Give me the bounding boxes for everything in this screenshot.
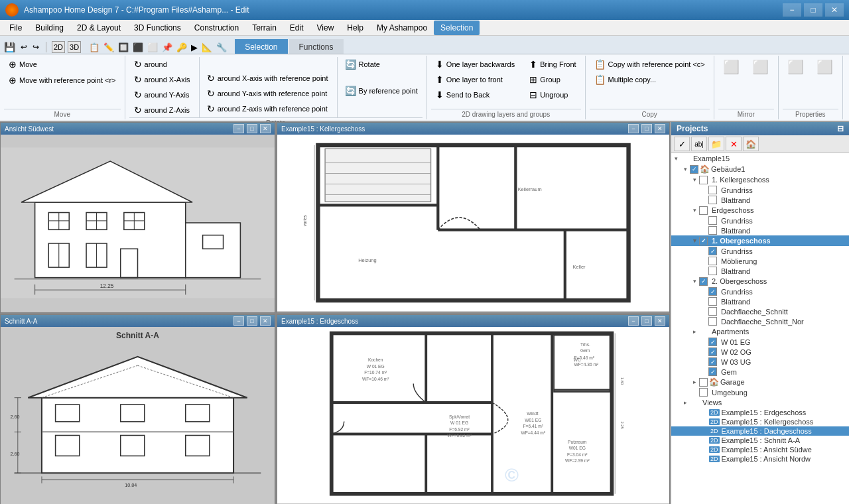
menu-selection[interactable]: Selection xyxy=(434,21,480,35)
ungroup-btn[interactable]: ⊟ Ungroup xyxy=(525,88,580,102)
rotate-z-btn[interactable]: ↻ around Z-Axis xyxy=(129,103,195,117)
panel-keller-max[interactable]: □ xyxy=(641,124,652,133)
proj-delete-btn[interactable]: ✕ xyxy=(726,137,742,151)
tree-check-w03ug[interactable]: ✓ xyxy=(708,357,717,366)
menu-myashampoo[interactable]: My Ashampoo xyxy=(370,21,434,35)
tree-check-blattrand4[interactable] xyxy=(708,297,717,306)
tree-check-blattrand1[interactable] xyxy=(708,196,717,204)
menu-3dfunctions[interactable]: 3D Functions xyxy=(127,21,188,35)
tree-expand-gebaude1[interactable]: ▾ xyxy=(681,164,690,174)
rotate-y-ref-btn[interactable]: ↻ around Y-axis with reference point xyxy=(202,86,333,101)
rotate-z-ref-btn[interactable]: ↻ around Z-axis with reference point xyxy=(202,101,333,116)
rotate-around-btn[interactable]: ↻ around xyxy=(129,57,195,72)
tree-item-gem[interactable]: ✓Gem xyxy=(671,367,849,377)
tree-expand-garage[interactable]: ▸ xyxy=(690,377,699,387)
rotate-x-btn[interactable]: ↻ around X-Axis xyxy=(129,72,195,87)
tree-item-gebaude1[interactable]: ▾✓🏠Gebäude1 xyxy=(671,164,849,174)
proj-folder-btn[interactable]: 📁 xyxy=(708,137,724,151)
menu-terrain[interactable]: Terrain xyxy=(245,21,283,35)
panel-erdgeschoss-canvas[interactable]: Kochen W 01 EG F=10.74 m² WF=10.46 m² Sp… xyxy=(277,327,669,503)
quick-redo-btn[interactable]: ↪ xyxy=(31,41,40,53)
tab-functions[interactable]: Functions xyxy=(289,39,344,54)
rotate-y-btn[interactable]: ↻ around Y-Axis xyxy=(129,88,195,102)
tree-item-obergeschoss1[interactable]: ▾✓1. Obergeschoss xyxy=(671,235,849,246)
panel-keller-canvas[interactable]: Kellerraum Heizung Keller varies xyxy=(277,135,669,311)
tree-item-umgebung[interactable]: Umgebung xyxy=(671,387,849,397)
tree-check-moblierung[interactable] xyxy=(708,257,717,265)
toolbar-icon-5[interactable]: ⬜ xyxy=(146,41,159,54)
tree-check-obergeschoss2[interactable]: ✓ xyxy=(699,277,708,286)
mirror-v-btn[interactable]: ⬜ xyxy=(748,57,774,78)
menu-construction[interactable]: Construction xyxy=(188,21,245,35)
panel-erdgeschoss-close[interactable]: ✕ xyxy=(655,316,665,326)
maximize-button[interactable]: □ xyxy=(804,3,822,17)
tree-check-gem[interactable]: ✓ xyxy=(708,367,717,376)
bring-front-btn[interactable]: ⬆ Bring Front xyxy=(525,57,580,72)
panel-southwest-canvas[interactable]: 12.25 xyxy=(1,135,275,311)
panel-schnitt-max[interactable]: □ xyxy=(247,316,257,326)
tree-check-blattrand2[interactable] xyxy=(708,226,717,235)
menu-2dlayout[interactable]: 2D & Layout xyxy=(70,21,127,35)
panel-erdgeschoss-max[interactable]: □ xyxy=(641,316,652,326)
tree-check-grundriss3[interactable]: ✓ xyxy=(708,247,717,255)
tree-expand-views[interactable]: ▸ xyxy=(681,398,690,407)
toolbar-icon-8[interactable]: ▶ xyxy=(190,41,199,54)
tree-check-dachflaeche2[interactable] xyxy=(708,317,717,326)
tree-item-grundriss4[interactable]: ✓Grundriss xyxy=(671,286,849,296)
rotate-btn[interactable]: 🔄 Rotate xyxy=(340,57,423,72)
panel-schnitt-canvas[interactable]: Schnitt A-A xyxy=(1,327,275,503)
tree-item-view_schnitt[interactable]: 2DExample15 : Schnitt A-A xyxy=(671,436,849,445)
toolbar-icon-1[interactable]: 📋 xyxy=(88,41,101,54)
menu-file[interactable]: File xyxy=(3,21,29,35)
panel-erdgeschoss-min[interactable]: − xyxy=(628,316,639,326)
toolbar-icon-4[interactable]: ⬛ xyxy=(131,41,145,54)
tree-item-dachflaeche[interactable]: Dachflaeche_Schnitt xyxy=(671,306,849,316)
tree-check-dachflaeche[interactable] xyxy=(708,307,717,316)
toolbar-icon-3[interactable]: 🔲 xyxy=(117,41,130,54)
properties-btn1[interactable]: ⬜ xyxy=(783,57,809,77)
tree-check-w02og[interactable]: ✓ xyxy=(708,347,717,356)
tree-item-dachflaeche2[interactable]: Dachflaeche_Schnitt_Nor xyxy=(671,316,849,326)
mirror-h-btn[interactable]: ⬜ xyxy=(718,57,745,78)
view-3d-btn[interactable]: 3D xyxy=(68,41,81,53)
toolbar-icon-2[interactable]: ✏️ xyxy=(102,41,115,54)
tree-item-w02og[interactable]: ✓W 02 OG xyxy=(671,347,849,357)
toolbar-icon-6[interactable]: 📌 xyxy=(161,41,174,54)
move-button[interactable]: ⊕ Move xyxy=(4,57,121,72)
proj-check-btn[interactable]: ✓ xyxy=(674,137,690,151)
tree-item-garage[interactable]: ▸🏠Garage xyxy=(671,377,849,387)
close-button[interactable]: ✕ xyxy=(825,3,844,17)
tree-item-view_nord[interactable]: 2DExample15 : Ansicht Nordw xyxy=(671,454,849,464)
tree-check-grundriss4[interactable]: ✓ xyxy=(708,287,717,296)
tree-item-w03ug[interactable]: ✓W 03 UG xyxy=(671,357,849,367)
tree-item-obergeschoss2[interactable]: ▾✓2. Obergeschoss xyxy=(671,276,849,286)
properties-btn2[interactable]: ⬜ xyxy=(812,57,838,77)
group-btn[interactable]: ⊞ Group xyxy=(525,72,580,87)
tree-item-blattrand2[interactable]: Blattrand xyxy=(671,225,849,235)
tree-check-gebaude1[interactable]: ✓ xyxy=(690,165,698,174)
tree-check-kellergeschoss[interactable] xyxy=(699,176,708,184)
copy-ref-btn[interactable]: 📋 Copy with reference point <c> xyxy=(590,57,710,72)
tree-item-blattrand3[interactable]: Blattrand xyxy=(671,266,849,276)
tree-item-view_sud[interactable]: 2DExample15 : Ansicht Südwe xyxy=(671,445,849,454)
rotate-by-ref-btn[interactable]: 🔄 By reference point xyxy=(340,84,423,98)
view-2d-btn[interactable]: 2D xyxy=(52,41,65,53)
tree-item-w01eg[interactable]: ✓W 01 EG xyxy=(671,337,849,347)
tree-check-grundriss1[interactable] xyxy=(708,186,717,194)
tab-selection[interactable]: Selection xyxy=(235,39,287,54)
tree-item-grundriss2[interactable]: Grundriss xyxy=(671,216,849,225)
tree-expand-erdgeschoss[interactable]: ▾ xyxy=(690,206,699,215)
panel-southwest-close[interactable]: ✕ xyxy=(260,124,271,133)
panel-southwest-max[interactable]: □ xyxy=(247,124,257,133)
tree-item-view_erd[interactable]: 2DExample15 : Erdgeschoss xyxy=(671,408,849,417)
toolbar-icon-10[interactable]: 🔧 xyxy=(215,41,228,54)
tree-item-views[interactable]: ▸Views xyxy=(671,397,849,408)
toolbar-icon-9[interactable]: 📐 xyxy=(200,41,214,54)
minimize-button[interactable]: − xyxy=(783,3,801,17)
projects-expand-icon[interactable]: ⊟ xyxy=(837,124,844,133)
quick-undo-btn[interactable]: ↩ xyxy=(19,41,29,53)
tree-item-erdgeschoss[interactable]: ▾Erdgeschoss xyxy=(671,205,849,216)
tree-expand-apartments[interactable]: ▸ xyxy=(690,327,699,336)
panel-southwest-min[interactable]: − xyxy=(233,124,244,133)
panel-keller-close[interactable]: ✕ xyxy=(655,124,665,133)
